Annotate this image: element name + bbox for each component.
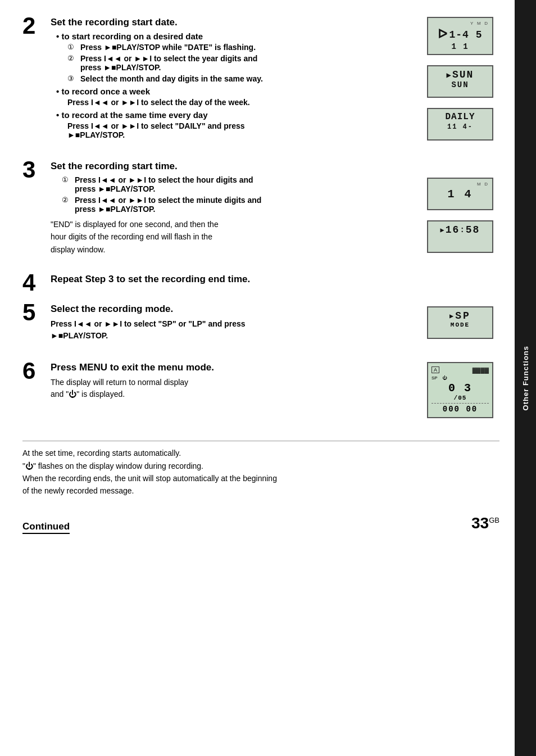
lcd-week-display: ▶SUN SUN: [427, 65, 493, 98]
page-container: Other Functions 2 Set the recording star…: [0, 0, 536, 756]
lcd-sp-label: SP: [431, 375, 438, 381]
footer: At the set time, recording starts automa…: [22, 429, 499, 497]
step5-image: ▶SP MODE: [421, 304, 499, 343]
step2-bullet2: to record once a week Press I◄◄ or ►►I t…: [56, 87, 415, 107]
footer-text: At the set time, recording starts automa…: [22, 447, 499, 497]
footer-line4: of the newly recorded message.: [22, 485, 499, 497]
footer-line3: When the recording ends, the unit will s…: [22, 472, 499, 485]
step3-item2-text: Press I◄◄ or ►►I to select the minute di…: [75, 196, 261, 205]
step6-left: 6 Press MENU to exit the menu mode. The …: [22, 362, 415, 413]
step3-item1-text: Press I◄◄ or ►►I to select the hour digi…: [75, 175, 253, 184]
step6-body: The display will return to normal displa…: [51, 377, 415, 400]
content-area: 2 Set the recording start date. to start…: [22, 17, 499, 532]
step3-body: "END" is displayed for one second, and t…: [51, 218, 415, 256]
step2-left: 2 Set the recording start date. to start…: [22, 17, 415, 153]
step3-images: M D 1 4 ▶16:58: [421, 161, 499, 257]
step2-bullet3-text: Press I◄◄ or ►►I to select "DAILY" and p…: [67, 121, 415, 139]
step2-block: 2 Set the recording start date. to start…: [22, 17, 499, 153]
step3-item2: ② Press I◄◄ or ►►I to select the minute …: [62, 196, 415, 214]
step3-content: Set the recording start time. ① Press I◄…: [51, 161, 415, 256]
footer-line2: "⏻" flashes on the display window during…: [22, 460, 499, 472]
footer-divider: [22, 441, 499, 441]
bottom-bar: Continued 33GB: [22, 514, 499, 532]
step2-number: 2: [22, 14, 51, 38]
lcd-sp-display: ▶SP MODE: [427, 306, 493, 339]
step2-bullet1-title: to start recording on a desired date: [56, 31, 415, 41]
step3-number: 3: [22, 158, 51, 182]
step5-text: Press I◄◄ or ►►I to select "SP" or "LP" …: [51, 318, 415, 342]
footer-line1: At the set time, recording starts automa…: [22, 447, 499, 459]
step4-block: 4 Repeat Step 3 to set the recording end…: [22, 274, 499, 295]
step2-title: Set the recording start date.: [51, 17, 415, 28]
step2-bullet2-title: to record once a week: [56, 87, 415, 96]
step5-left: 5 Select the recording mode. Press I◄◄ o…: [22, 304, 415, 354]
step2-bullet3-title: to record at the same time every day: [56, 110, 415, 120]
step5-header: 5 Select the recording mode. Press I◄◄ o…: [22, 304, 415, 344]
lcd-full-display: A ▓▓▓▓ SP ⏻ 0 3 /05 000 00: [427, 362, 493, 418]
sidebar-label: Other Functions: [521, 346, 530, 410]
step2-item1-text: Press ►■PLAY/STOP while "DATE" is flashi…: [80, 43, 256, 52]
step2-bullet1: to start recording on a desired date ① P…: [56, 31, 415, 83]
lcd-date-display: Y M D ᐅ1-4 5 1 1: [427, 17, 493, 55]
step4-number: 4: [22, 271, 51, 295]
step4-content: Repeat Step 3 to set the recording end t…: [51, 274, 499, 288]
step6-header: 6 Press MENU to exit the menu mode. The …: [22, 362, 415, 402]
step3-block: 3 Set the recording start time. ① Press …: [22, 161, 499, 266]
step2-bullet3: to record at the same time every day Pre…: [56, 110, 415, 139]
step2-item2-text: Press I◄◄ or ►►I to select the year digi…: [80, 54, 257, 72]
step6-number: 6: [22, 359, 51, 383]
step6-block: 6 Press MENU to exit the menu mode. The …: [22, 362, 499, 418]
step5-content: Select the recording mode. Press I◄◄ or …: [51, 304, 415, 344]
step6-content: Press MENU to exit the menu mode. The di…: [51, 362, 415, 402]
continued-label: Continued: [22, 521, 70, 532]
lcd-power-icon: ⏻: [442, 375, 447, 381]
step2-item1: ① Press ►■PLAY/STOP while "DATE" is flas…: [67, 43, 415, 52]
step2-header: 2 Set the recording start date. to start…: [22, 17, 415, 143]
step5-block: 5 Select the recording mode. Press I◄◄ o…: [22, 304, 499, 354]
step2-images: Y M D ᐅ1-4 5 1 1 ▶SUN SUN DAI: [421, 17, 499, 145]
step3-item1: ① Press I◄◄ or ►►I to select the hour di…: [62, 175, 415, 193]
step2-content: Set the recording start date. to start r…: [51, 17, 415, 143]
step3-left: 3 Set the recording start time. ① Press …: [22, 161, 415, 266]
step5-number: 5: [22, 301, 51, 324]
step2-item3: ③ Select the month and day digits in the…: [67, 74, 415, 83]
step6-title: Press MENU to exit the menu mode.: [51, 362, 415, 373]
lcd-time-bottom: ▶16:58: [427, 220, 493, 253]
lcd-time-top: M D 1 4: [427, 178, 493, 210]
step2-bullet2-text: Press I◄◄ or ►►I to select the day of th…: [67, 98, 415, 107]
lcd-daily-display: DAILY 11 4-: [427, 108, 493, 141]
step5-title: Select the recording mode.: [51, 304, 415, 315]
step4-title: Repeat Step 3 to set the recording end t…: [51, 274, 499, 285]
step2-item3-text: Select the month and day digits in the s…: [80, 74, 263, 83]
lcd-icon-battery: ▓▓▓▓: [473, 367, 489, 373]
right-sidebar: Other Functions: [515, 0, 536, 756]
lcd-icon-a: A: [431, 366, 439, 373]
page-number: 33GB: [471, 514, 499, 532]
step3-title: Set the recording start time.: [51, 161, 415, 172]
step2-item2: ② Press I◄◄ or ►►I to select the year di…: [67, 54, 415, 72]
step3-header: 3 Set the recording start time. ① Press …: [22, 161, 415, 256]
step6-image: A ▓▓▓▓ SP ⏻ 0 3 /05 000 00: [421, 362, 499, 418]
